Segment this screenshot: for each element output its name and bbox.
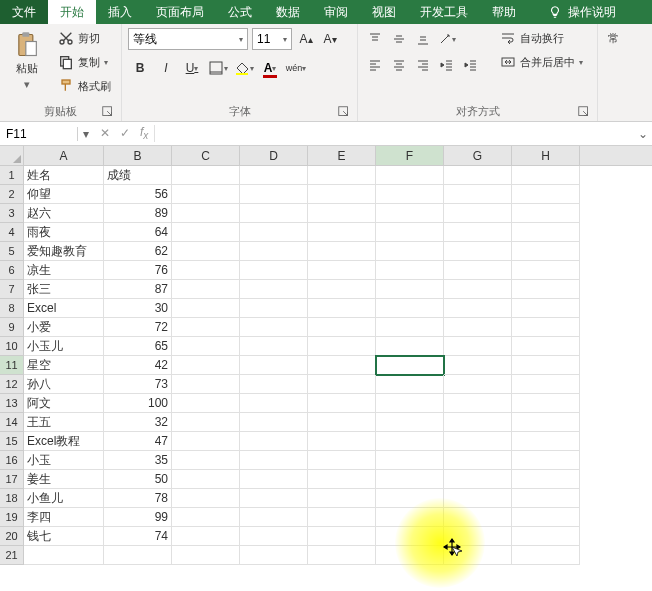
cell[interactable]: 小爱	[24, 318, 104, 337]
cell[interactable]	[240, 299, 308, 318]
cell[interactable]	[512, 223, 580, 242]
cell[interactable]	[172, 451, 240, 470]
row-header[interactable]: 17	[0, 470, 24, 489]
cell[interactable]	[172, 413, 240, 432]
row-header[interactable]: 3	[0, 204, 24, 223]
cell[interactable]: 56	[104, 185, 172, 204]
cell[interactable]	[240, 261, 308, 280]
cell[interactable]	[24, 546, 104, 565]
cell[interactable]	[308, 394, 376, 413]
cell[interactable]: 阿文	[24, 394, 104, 413]
cell[interactable]	[512, 489, 580, 508]
cell[interactable]	[512, 394, 580, 413]
cell[interactable]	[308, 223, 376, 242]
cell[interactable]	[240, 204, 308, 223]
tab-insert[interactable]: 插入	[96, 0, 144, 24]
cell[interactable]	[308, 432, 376, 451]
paste-button[interactable]: 粘贴 ▾	[6, 28, 48, 94]
cell[interactable]	[172, 280, 240, 299]
cell[interactable]: 65	[104, 337, 172, 356]
row-header[interactable]: 9	[0, 318, 24, 337]
cell[interactable]	[240, 527, 308, 546]
cell[interactable]	[240, 470, 308, 489]
cell[interactable]	[444, 508, 512, 527]
cell[interactable]: 89	[104, 204, 172, 223]
cell[interactable]	[376, 489, 444, 508]
cell[interactable]	[376, 375, 444, 394]
cell[interactable]	[172, 242, 240, 261]
row-header[interactable]: 18	[0, 489, 24, 508]
cell[interactable]	[308, 489, 376, 508]
cell[interactable]: 王五	[24, 413, 104, 432]
cell[interactable]	[240, 337, 308, 356]
cell[interactable]	[512, 318, 580, 337]
cell[interactable]	[376, 204, 444, 223]
cell[interactable]	[444, 166, 512, 185]
align-center-button[interactable]	[388, 54, 410, 76]
name-box-input[interactable]	[6, 127, 71, 141]
cell[interactable]	[512, 451, 580, 470]
underline-button[interactable]: U▾	[180, 56, 204, 80]
cell[interactable]	[172, 318, 240, 337]
cell[interactable]: 47	[104, 432, 172, 451]
cell[interactable]	[172, 470, 240, 489]
decrease-font-button[interactable]: A▾	[320, 29, 340, 49]
column-header[interactable]: D	[240, 146, 308, 165]
cell[interactable]	[512, 280, 580, 299]
cell[interactable]: 72	[104, 318, 172, 337]
cell[interactable]	[512, 413, 580, 432]
cell[interactable]	[444, 546, 512, 565]
cell[interactable]	[172, 166, 240, 185]
cell[interactable]	[444, 261, 512, 280]
cell[interactable]	[444, 242, 512, 261]
font-name-input[interactable]	[133, 32, 239, 46]
cell[interactable]	[172, 204, 240, 223]
cell[interactable]: Excel教程	[24, 432, 104, 451]
cell[interactable]	[308, 375, 376, 394]
dialog-launcher-icon[interactable]	[577, 105, 591, 119]
cell[interactable]	[308, 527, 376, 546]
cell[interactable]: Excel	[24, 299, 104, 318]
cell[interactable]	[376, 451, 444, 470]
phonetic-button[interactable]: wén▾	[284, 56, 308, 80]
cell[interactable]	[240, 546, 308, 565]
cell[interactable]	[376, 299, 444, 318]
cell[interactable]	[512, 242, 580, 261]
cell[interactable]	[376, 432, 444, 451]
name-box[interactable]	[0, 127, 78, 141]
cell[interactable]	[172, 356, 240, 375]
cell[interactable]	[376, 223, 444, 242]
cell[interactable]	[240, 185, 308, 204]
cell[interactable]	[240, 280, 308, 299]
font-name-combo[interactable]: ▾	[128, 28, 248, 50]
spreadsheet-grid[interactable]: ABCDEFGH 1姓名成绩2仰望563赵六894雨夜645爱知趣教育626凉生…	[0, 146, 652, 565]
dialog-launcher-icon[interactable]	[337, 105, 351, 119]
format-painter-button[interactable]: 格式刷	[54, 76, 115, 96]
fill-color-button[interactable]: ▾	[232, 56, 256, 80]
cell[interactable]: 62	[104, 242, 172, 261]
cell[interactable]	[240, 394, 308, 413]
cell[interactable]	[172, 375, 240, 394]
cell[interactable]	[444, 432, 512, 451]
cell[interactable]: 64	[104, 223, 172, 242]
cell[interactable]: 35	[104, 451, 172, 470]
cell[interactable]	[308, 413, 376, 432]
cell[interactable]	[512, 432, 580, 451]
cell[interactable]	[512, 527, 580, 546]
cell[interactable]: 50	[104, 470, 172, 489]
align-middle-button[interactable]	[388, 28, 410, 50]
cell[interactable]: 小玉儿	[24, 337, 104, 356]
tab-developer[interactable]: 开发工具	[408, 0, 480, 24]
cut-button[interactable]: 剪切	[54, 28, 115, 48]
cell[interactable]	[308, 337, 376, 356]
cell[interactable]	[376, 470, 444, 489]
cell[interactable]	[308, 546, 376, 565]
cell[interactable]: 赵六	[24, 204, 104, 223]
insert-function-button[interactable]: fx	[140, 125, 148, 141]
orientation-button[interactable]: ▾	[436, 28, 458, 50]
cell[interactable]	[172, 337, 240, 356]
cell[interactable]: 李四	[24, 508, 104, 527]
cell[interactable]	[240, 166, 308, 185]
cell[interactable]	[512, 375, 580, 394]
cell[interactable]	[376, 242, 444, 261]
